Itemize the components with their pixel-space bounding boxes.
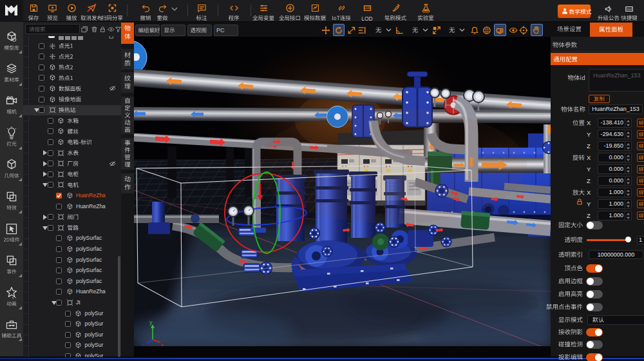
svg-text:LOD: LOD [364, 6, 370, 10]
svg-text:y: y [149, 319, 153, 326]
